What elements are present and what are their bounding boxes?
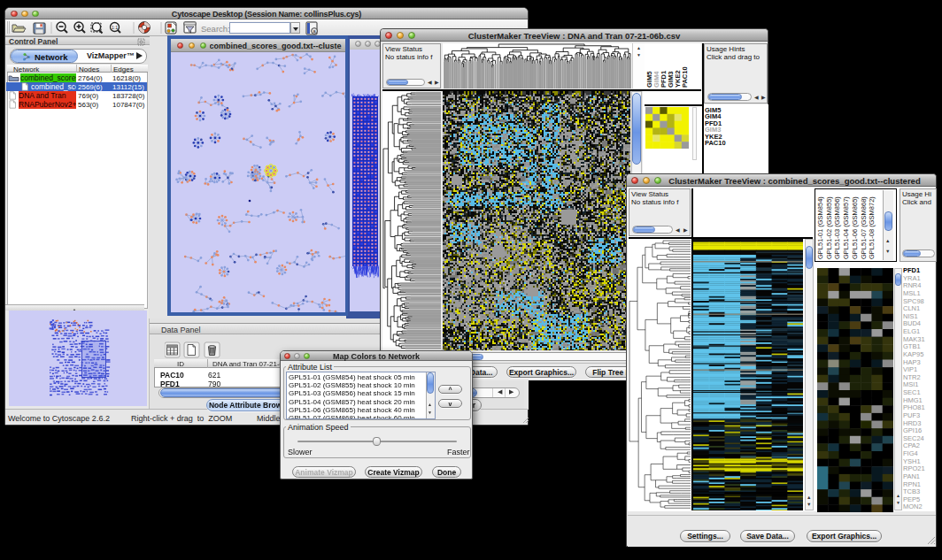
svg-text:1:1: 1:1 <box>112 25 118 30</box>
